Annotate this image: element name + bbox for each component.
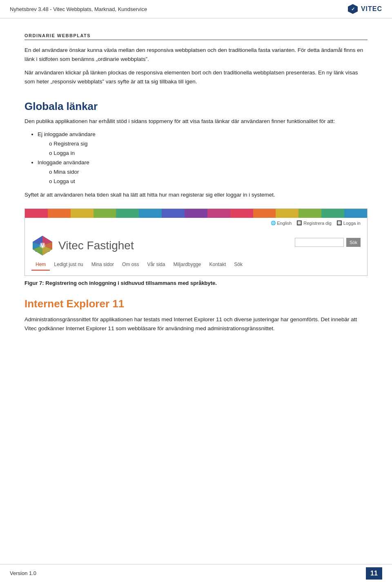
nav-item-mina-sidor[interactable]: Mina sidor (87, 260, 118, 271)
main-content: ORDINARIE WEBBPLATS En del användare öns… (0, 18, 392, 370)
page-header: Nyhetsbrev 3.48 - Vitec Webbplats, Markn… (0, 0, 392, 18)
svg-text:V: V (41, 242, 45, 248)
site-body: V Vitec Fastighet Sök (25, 227, 367, 257)
registrera-link[interactable]: 🔲 Registrera dig (296, 220, 331, 226)
vitec-text: VITEC (361, 5, 382, 13)
color-seg-1 (25, 209, 48, 218)
search-button[interactable]: Sök (346, 238, 361, 247)
color-seg-3 (71, 209, 94, 218)
sub-item-logga-in: Logga in (49, 149, 368, 158)
fig-caption-text: Figur 7: Registrering och inloggning i s… (24, 280, 217, 286)
color-seg-11 (253, 209, 276, 218)
sub-list-1: Registrera sig Logga in (49, 139, 368, 158)
color-bar (25, 209, 367, 218)
ordinarie-para2: När användaren klickar på länken plockas… (24, 68, 368, 87)
color-seg-12 (276, 209, 298, 218)
globala-footer-text: Syftet är att användaren hela tiden skal… (24, 190, 368, 199)
list-item-2: Inloggade användare Mina sidor Logga ut (38, 158, 368, 186)
color-seg-4 (94, 209, 116, 218)
color-seg-8 (185, 209, 207, 218)
vitec-logo-icon: ✓ (347, 3, 359, 15)
sub-list-2: Mina sidor Logga ut (49, 168, 368, 186)
site-logo-text: Vitec Fastighet (58, 239, 134, 252)
nav-item-kontakt[interactable]: Kontakt (205, 260, 230, 271)
color-seg-13 (298, 209, 321, 218)
english-link[interactable]: 🌐 English (271, 221, 292, 226)
color-seg-9 (207, 209, 230, 218)
ie11-section: Internet Explorer 11 Administrationsgrän… (24, 298, 368, 334)
nav-item-var-sida[interactable]: Vår sida (143, 260, 169, 271)
registrera-label: Registrera dig (303, 221, 331, 226)
ordinarie-heading: ORDINARIE WEBBPLATS (24, 33, 368, 40)
footer-version: Version 1.0 (10, 570, 36, 576)
color-seg-2 (48, 209, 71, 218)
screenshot-box: 🌐 English 🔲 Registrera dig 🔲 Logga in (24, 208, 368, 276)
nav-item-sok[interactable]: Sök (230, 260, 247, 271)
globala-heading: Globala länkar (24, 100, 368, 113)
logga-in-link[interactable]: 🔲 Logga in (336, 220, 361, 226)
list-item-1: Ej inloggade användare Registrera sig Lo… (38, 130, 368, 158)
sub-item-registrera: Registrera sig (49, 139, 368, 149)
ordinarie-para1: En del användare önskar kunna växla mell… (24, 46, 368, 64)
site-nav: Hem Ledigt just nu Mina sidor Om oss Vår… (25, 257, 367, 271)
search-area: Sök (295, 238, 361, 247)
globala-intro: Den publika applikationen har erhållit s… (24, 117, 368, 126)
color-seg-15 (344, 209, 367, 218)
vitec-logo: ✓ VITEC (347, 3, 382, 15)
color-seg-6 (139, 209, 162, 218)
logga-in-label: Logga in (343, 221, 361, 226)
globala-list: Ej inloggade användare Registrera sig Lo… (38, 130, 368, 186)
color-seg-7 (162, 209, 185, 218)
footer-page-number: 11 (366, 567, 382, 580)
color-seg-14 (321, 209, 344, 218)
site-header-links: 🌐 English 🔲 Registrera dig 🔲 Logga in (25, 218, 367, 227)
site-logo-area: V Vitec Fastighet (31, 235, 134, 257)
nav-item-miljarbygge[interactable]: Miljardbygge (169, 260, 205, 271)
ordinarie-section: ORDINARIE WEBBPLATS En del användare öns… (24, 33, 368, 86)
page-footer: Version 1.0 11 (0, 564, 392, 582)
document-title: Nyhetsbrev 3.48 - Vitec Webbplats, Markn… (10, 6, 147, 12)
color-seg-10 (230, 209, 253, 218)
ie11-para1: Administrationsgränssnittet för applikat… (24, 315, 368, 334)
globala-section: Globala länkar Den publika applikationen… (24, 100, 368, 199)
registrera-flag: 🔲 (296, 220, 302, 226)
pentagon-logo-icon: V (31, 235, 53, 257)
sub-item-logga-ut: Logga ut (49, 177, 368, 186)
color-seg-5 (116, 209, 139, 218)
english-label: English (277, 221, 292, 226)
globe-icon: 🌐 (271, 221, 276, 225)
logga-in-flag: 🔲 (336, 220, 342, 226)
search-input[interactable] (295, 238, 344, 247)
nav-item-om-oss[interactable]: Om oss (118, 260, 143, 271)
sub-item-mina-sidor: Mina sidor (49, 168, 368, 177)
nav-item-hem[interactable]: Hem (31, 260, 50, 271)
fig-caption: Figur 7: Registrering och inloggning i s… (24, 280, 368, 286)
svg-text:✓: ✓ (351, 7, 354, 11)
ie11-heading: Internet Explorer 11 (24, 298, 368, 310)
nav-item-ledigt[interactable]: Ledigt just nu (50, 260, 87, 271)
